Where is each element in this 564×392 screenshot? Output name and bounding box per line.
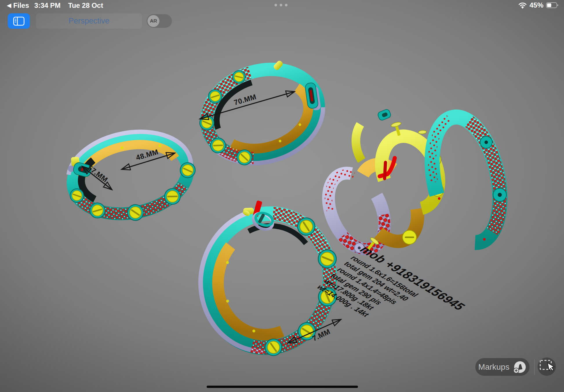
bangle-top[interactable] bbox=[186, 49, 336, 179]
markups-label: Markups bbox=[478, 362, 509, 372]
multitask-dots-icon bbox=[274, 4, 288, 6]
markup-pen-icon bbox=[513, 360, 527, 374]
clock-date: Tue 28 Oct bbox=[68, 1, 103, 10]
back-chevron-icon: ◀ bbox=[7, 2, 11, 9]
dimension-label: 70.MM bbox=[233, 92, 257, 107]
selection-tool-button[interactable] bbox=[538, 357, 556, 376]
ar-toggle-knob[interactable]: AR bbox=[148, 15, 159, 27]
ar-toggle[interactable]: AR bbox=[147, 14, 172, 28]
view-mode-label: Perspective bbox=[68, 17, 109, 26]
back-to-files-button[interactable]: ◀ Files bbox=[7, 1, 29, 10]
sidebar-icon bbox=[13, 17, 25, 26]
back-label: Files bbox=[13, 1, 29, 10]
home-indicator[interactable] bbox=[207, 386, 358, 388]
3d-viewport[interactable]: 70.MM 48.MM 57.MM 7.MM bbox=[0, 0, 564, 392]
dimension-label: 48.MM bbox=[135, 148, 159, 162]
clock-time: 3:34 PM bbox=[34, 1, 61, 10]
wifi-icon bbox=[518, 2, 527, 9]
bangle-exploded[interactable] bbox=[317, 108, 515, 258]
battery-percent: 45% bbox=[530, 1, 543, 9]
battery-icon bbox=[546, 2, 559, 8]
view-mode-button[interactable]: Perspective bbox=[36, 13, 142, 29]
status-bar: ◀ Files 3:34 PM Tue 28 Oct 45% bbox=[0, 0, 564, 12]
app-screen: 70.MM 48.MM 57.MM 7.MM mob +918319156945… bbox=[0, 0, 564, 392]
sidebar-toggle-button[interactable] bbox=[8, 13, 30, 29]
bangle-left[interactable] bbox=[60, 121, 204, 234]
markups-button[interactable]: Markups bbox=[475, 358, 530, 376]
toolbar-separator bbox=[534, 359, 535, 375]
